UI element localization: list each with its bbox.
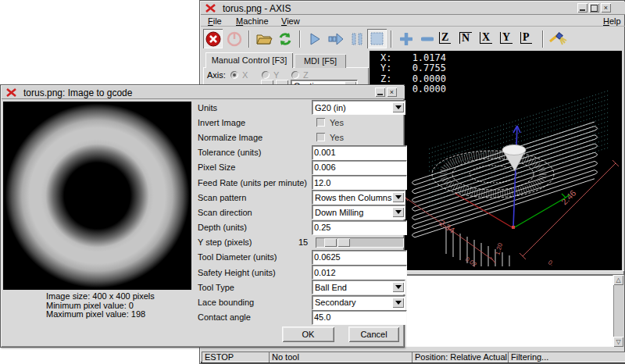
origin-label-3: 0.	[547, 259, 555, 267]
menu-view[interactable]: View	[276, 15, 305, 27]
row-y-step: Y step (pixels) 15	[198, 235, 404, 250]
tab-mdi[interactable]: MDI [F5]	[295, 54, 346, 68]
pause-icon	[351, 32, 363, 46]
stop-button[interactable]	[367, 29, 387, 48]
ok-button[interactable]: OK	[282, 327, 334, 342]
pixel-size-input[interactable]	[312, 160, 407, 175]
parameter-form: Units G20 (in) Invert Image Yes Normaliz…	[198, 100, 404, 325]
close-button[interactable]: ×	[601, 3, 611, 12]
dialog-title: torus.png: Image to gcode	[23, 87, 132, 98]
clear-plot-button[interactable]	[548, 29, 567, 48]
maximize-button[interactable]	[589, 3, 599, 12]
menu-file[interactable]: File	[202, 15, 227, 27]
chevron-down-icon	[392, 207, 404, 217]
tool-diameter-input[interactable]	[312, 250, 407, 265]
y-step-slider-handle[interactable]	[338, 238, 350, 247]
row-contact-angle: Contact angle	[198, 310, 404, 325]
source-image-preview	[3, 102, 191, 290]
torus-image	[3, 102, 191, 290]
radio-axis-z[interactable]	[291, 71, 299, 79]
units-combo[interactable]: G20 (in)	[312, 100, 405, 115]
step-button[interactable]	[326, 29, 345, 48]
row-scan-pattern: Scan pattern Rows then Columns	[198, 190, 404, 205]
invert-image-checkbox[interactable]	[316, 118, 325, 127]
status-tool: No tool	[269, 352, 413, 362]
touch-off-y-icon[interactable]: Y	[500, 32, 512, 44]
open-file-button[interactable]	[254, 29, 273, 48]
spindle-plus-button[interactable]	[396, 29, 416, 48]
y-step-slider[interactable]	[316, 237, 404, 248]
spindle-minus-button[interactable]	[417, 29, 437, 48]
open-folder-icon	[255, 32, 273, 46]
dialog-minimize-button[interactable]	[375, 87, 385, 97]
lace-bounding-combo[interactable]: Secondary	[312, 295, 405, 310]
row-depth: Depth (units)	[198, 220, 404, 235]
step-icon	[328, 32, 344, 46]
stop-icon	[370, 32, 384, 45]
radio-axis-z-label: Z	[303, 70, 309, 80]
touch-off-p-icon[interactable]: P	[520, 32, 532, 44]
status-position: Position: Relative Actual	[412, 352, 509, 362]
chevron-down-icon	[392, 298, 404, 308]
minus-icon	[421, 33, 434, 45]
row-invert-image: Invert Image Yes	[198, 115, 404, 130]
dialog-titlebar[interactable]: torus.png: Image to gcode ×	[2, 86, 405, 99]
run-button[interactable]	[305, 29, 324, 48]
image-size-text: Image size: 400 x 400 pixels	[46, 292, 155, 302]
machine-power-icon	[227, 31, 242, 47]
estop-button[interactable]	[203, 29, 223, 48]
broom-icon	[548, 30, 567, 48]
chevron-down-icon	[392, 282, 404, 292]
radio-axis-y[interactable]	[262, 71, 270, 79]
scroll-up-icon[interactable]: △	[613, 275, 623, 285]
tool-type-combo[interactable]: Ball End	[312, 280, 405, 294]
menu-help[interactable]: Help	[598, 15, 625, 27]
status-estop: ESTOP	[202, 352, 270, 362]
touch-off-z-icon[interactable]: Z	[439, 32, 451, 44]
cancel-button[interactable]: Cancel	[348, 327, 399, 342]
row-tool-diameter: Tool Diameter (units)	[198, 250, 404, 265]
scan-direction-combo[interactable]: Down Milling	[312, 205, 405, 219]
scan-pattern-combo[interactable]: Rows then Columns	[312, 190, 405, 205]
toolbar-separator	[391, 30, 392, 48]
z-axis-line	[513, 126, 517, 227]
chevron-down-icon	[392, 102, 404, 112]
toolbar-separator	[542, 30, 544, 48]
contact-angle-input[interactable]	[312, 310, 407, 325]
app-icon	[205, 4, 216, 12]
touch-off-x-icon[interactable]: X	[480, 32, 492, 44]
run-icon	[308, 32, 322, 46]
scroll-down-icon[interactable]: ▽	[613, 337, 623, 347]
machine-power-button[interactable]	[224, 29, 244, 48]
y-axis-line	[513, 198, 566, 228]
menubar: File Machine View Help	[201, 15, 625, 27]
menu-machine[interactable]: Machine	[230, 15, 274, 27]
estop-icon	[205, 31, 221, 47]
preview-plot[interactable]: 2.34 2.46 0.02 1.20 0. X:1.0174 Y:0.7755…	[370, 51, 622, 270]
home-axis-icon[interactable]: N	[459, 32, 472, 44]
depth-input[interactable]	[312, 220, 407, 235]
feed-rate-input[interactable]	[312, 175, 407, 190]
y-step-value: 15	[298, 237, 308, 247]
radio-axis-x[interactable]	[230, 71, 238, 79]
image-info: Image size: 400 x 400 pixels Minimum pix…	[46, 292, 155, 319]
x-axis-line	[455, 194, 513, 228]
tolerance-input[interactable]	[312, 145, 407, 160]
dro-x: X:1.0174	[380, 53, 446, 63]
pause-button[interactable]	[347, 29, 366, 48]
toolbar-separator	[299, 30, 301, 48]
minimize-button[interactable]	[577, 3, 588, 12]
status-filtering: Filtering...	[508, 352, 625, 362]
reload-button[interactable]	[275, 29, 295, 48]
safety-height-input[interactable]	[312, 265, 407, 280]
row-scan-direction: Scan direction Down Milling	[198, 205, 404, 219]
window-title: torus.png - AXIS	[223, 3, 291, 14]
toolbar: Z N X Y P	[201, 27, 625, 51]
axis-titlebar[interactable]: torus.png - AXIS ×	[201, 2, 625, 15]
tab-manual-control[interactable]: Manual Control [F3]	[205, 52, 293, 68]
gcode-scrollbar[interactable]: △ ▽	[613, 275, 623, 347]
radio-axis-y-label: Y	[273, 70, 279, 80]
normalize-image-checkbox[interactable]	[316, 133, 325, 141]
dialog-close-button[interactable]: ×	[387, 87, 397, 97]
y-step-slider-handle[interactable]	[324, 238, 337, 247]
